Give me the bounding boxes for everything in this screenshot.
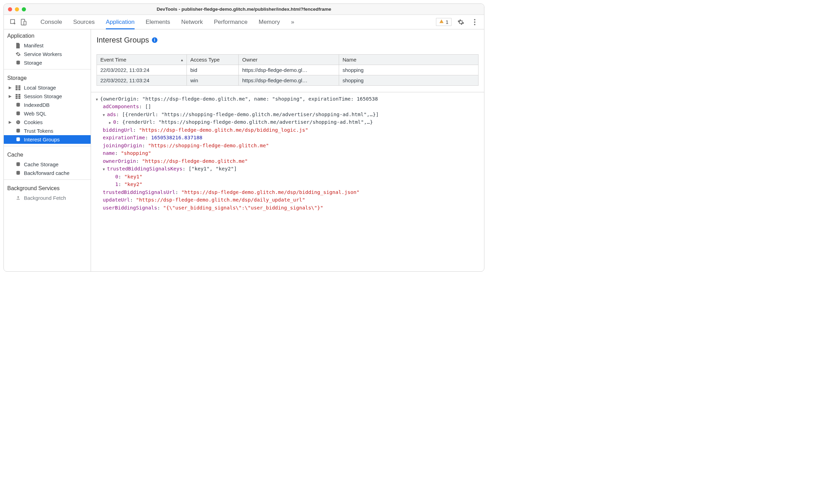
expand-icon[interactable]: ▶ [8, 94, 12, 99]
col-access-type[interactable]: Access Type [187, 55, 239, 65]
col-owner[interactable]: Owner [239, 55, 339, 65]
json-line[interactable]: ▶0: {renderUrl: "https://shopping-fledge… [92, 118, 484, 126]
svg-rect-17 [16, 97, 18, 99]
svg-rect-10 [18, 87, 20, 88]
sidebar-item-label: Background Fetch [24, 195, 66, 201]
info-icon[interactable]: i [152, 37, 157, 43]
json-line[interactable]: ▼ads: [{renderUrl: "https://shopping-fle… [92, 111, 484, 118]
json-line[interactable]: name: "shopping" [92, 149, 484, 157]
tab-console[interactable]: Console [40, 16, 62, 28]
database-icon [15, 170, 21, 176]
json-line[interactable]: userBiddingSignals: "{\"user_bidding_sig… [92, 204, 484, 212]
sidebar-item-label: Local Storage [24, 85, 56, 91]
collapse-icon[interactable]: ▼ [103, 167, 107, 172]
sidebar-group-application: Application [4, 29, 91, 41]
sidebar-item-service-workers[interactable]: Service Workers [4, 50, 91, 58]
detail-json-tree: ▼{ownerOrigin: "https://dsp-fledge-demo.… [91, 92, 484, 215]
sidebar-item-label: Session Storage [24, 93, 62, 99]
json-line[interactable]: ownerOrigin: "https://dsp-fledge-demo.gl… [92, 157, 484, 165]
more-menu-icon[interactable] [470, 18, 479, 27]
json-line[interactable]: 0: "key1" [92, 173, 484, 180]
json-line[interactable]: expirationTime: 1650538216.837188 [92, 134, 484, 141]
sidebar-item-cache-storage[interactable]: Cache Storage [4, 160, 91, 169]
json-line[interactable]: updateUrl: "https://dsp-fledge-demo.glit… [92, 196, 484, 204]
svg-rect-13 [16, 94, 18, 95]
expand-icon[interactable]: ▶ [8, 120, 12, 124]
svg-rect-14 [18, 94, 20, 95]
cell-access-type: bid [187, 65, 239, 75]
device-toggle-icon[interactable] [19, 18, 28, 27]
sidebar-item-label: Cookies [24, 119, 43, 125]
sidebar-item-bf-cache[interactable]: Back/forward cache [4, 169, 91, 177]
sidebar-item-interest-groups[interactable]: Interest Groups [4, 135, 91, 144]
sidebar-item-storage[interactable]: Storage [4, 58, 91, 67]
tab-memory[interactable]: Memory [258, 16, 280, 28]
json-line[interactable]: ▼{ownerOrigin: "https://dsp-fledge-demo.… [92, 95, 484, 103]
expand-icon[interactable]: ▶ [8, 85, 12, 90]
sidebar-item-background-fetch[interactable]: Background Fetch [4, 194, 91, 202]
svg-rect-8 [18, 85, 20, 87]
warnings-count: 1 [446, 19, 448, 25]
cookie-icon [15, 120, 21, 125]
tab-network[interactable]: Network [181, 16, 203, 28]
col-event-time[interactable]: Event Time▲ [97, 55, 187, 65]
settings-gear-icon[interactable] [456, 18, 465, 27]
json-line[interactable]: joiningOrigin: "https://shopping-fledge-… [92, 142, 484, 149]
svg-rect-29 [17, 199, 20, 200]
json-line[interactable]: biddingUrl: "https://dsp-fledge-demo.gli… [92, 126, 484, 134]
tab-application[interactable]: Application [106, 16, 135, 28]
json-line[interactable]: trustedBiddingSignalsUrl: "https://dsp-f… [92, 188, 484, 196]
cell-access-type: win [187, 75, 239, 86]
svg-point-24 [17, 122, 18, 123]
grid-icon [15, 85, 21, 90]
tab-sources[interactable]: Sources [73, 16, 94, 28]
sidebar-item-label: Trust Tokens [24, 128, 53, 134]
sidebar-item-indexeddb[interactable]: IndexedDB [4, 101, 91, 109]
tabs-overflow[interactable]: » [291, 16, 294, 28]
zoom-window-button[interactable] [22, 7, 26, 11]
collapse-icon[interactable]: ▼ [103, 112, 107, 118]
cell-owner: https://dsp-fledge-demo.gl… [239, 75, 339, 86]
cell-name: shopping [339, 65, 479, 75]
panel-content: Interest Groups i Event Time▲ Access Typ… [91, 29, 484, 271]
table-row[interactable]: 22/03/2022, 11:03:24 win https://dsp-fle… [97, 75, 479, 86]
expand-icon[interactable]: ▶ [109, 120, 113, 125]
devtools-tabs: Console Sources Application Elements Net… [40, 16, 435, 28]
sidebar-item-web-sql[interactable]: Web SQL [4, 109, 91, 118]
svg-rect-12 [18, 89, 20, 90]
json-line[interactable]: 1: "key2" [92, 180, 484, 188]
cell-owner: https://dsp-fledge-demo.gl… [239, 65, 339, 75]
inspect-element-icon[interactable] [9, 18, 18, 27]
sidebar-item-session-storage[interactable]: ▶ Session Storage [4, 92, 91, 101]
sidebar-item-local-storage[interactable]: ▶ Local Storage [4, 83, 91, 92]
grid-icon [15, 94, 21, 99]
window-title: DevTools - publisher-fledge-demo.glitch.… [157, 7, 331, 12]
sidebar-item-manifest[interactable]: Manifest [4, 41, 91, 50]
database-icon [15, 111, 21, 116]
svg-rect-15 [16, 96, 18, 97]
sort-asc-icon: ▲ [180, 58, 184, 62]
collapse-icon[interactable]: ▼ [96, 97, 100, 102]
tab-elements[interactable]: Elements [146, 16, 170, 28]
cell-name: shopping [339, 75, 479, 86]
panel-title: Interest Groups [97, 36, 149, 45]
sidebar-item-cookies[interactable]: ▶ Cookies [4, 118, 91, 127]
sidebar-group-bg-services: Background Services [4, 182, 91, 194]
database-icon [15, 137, 21, 142]
sidebar-item-label: Cache Storage [24, 161, 58, 167]
close-window-button[interactable] [8, 7, 12, 11]
minimize-window-button[interactable] [15, 7, 19, 11]
sidebar-item-label: IndexedDB [24, 102, 49, 108]
sidebar-item-trust-tokens[interactable]: Trust Tokens [4, 127, 91, 135]
svg-rect-11 [16, 89, 18, 90]
json-line[interactable]: ▼trustedBiddingSignalsKeys: ["key1", "ke… [92, 165, 484, 172]
table-row[interactable]: 22/03/2022, 11:03:24 bid https://dsp-fle… [97, 65, 479, 75]
tab-performance[interactable]: Performance [214, 16, 247, 28]
warnings-badge[interactable]: 1 [436, 18, 452, 26]
col-name[interactable]: Name [339, 55, 479, 65]
svg-point-4 [474, 21, 475, 23]
svg-rect-18 [18, 97, 20, 99]
json-line[interactable]: adComponents: [] [92, 103, 484, 110]
table-header-row: Event Time▲ Access Type Owner Name [97, 55, 479, 65]
interest-groups-table: Event Time▲ Access Type Owner Name 22/03… [97, 54, 479, 86]
